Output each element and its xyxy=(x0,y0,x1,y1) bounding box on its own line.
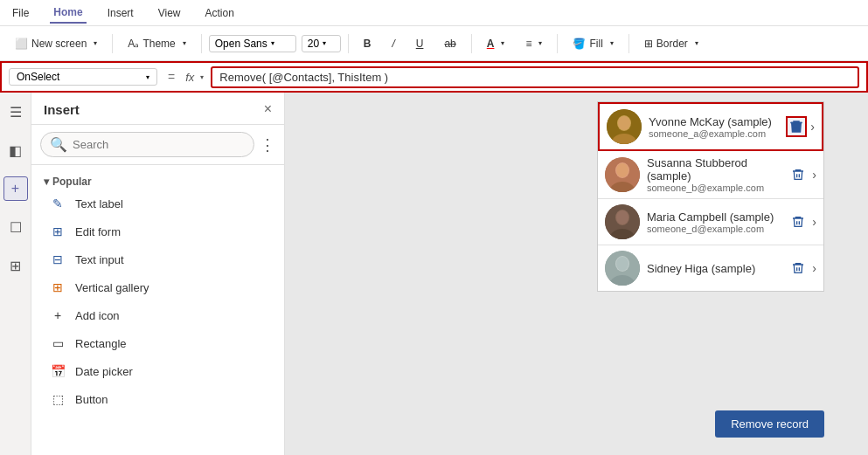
main-layout: ☰ ◧ + ☐ ⊞ Insert × 🔍 ⋮ ▾ Popular xyxy=(0,93,868,455)
remove-record-button[interactable]: Remove record xyxy=(715,410,824,438)
font-color-button[interactable]: A ▾ xyxy=(479,34,513,53)
insert-item-vertical-gallery[interactable]: ⊞ Vertical gallery xyxy=(31,273,284,301)
insert-search-box[interactable]: 🔍 xyxy=(40,132,254,157)
menu-file[interactable]: File xyxy=(9,3,32,23)
toolbar-sep-1 xyxy=(112,34,113,53)
delete-button-3[interactable] xyxy=(788,258,809,279)
contact-item-1[interactable]: Susanna Stubberod (sample) someone_b@exa… xyxy=(598,151,823,199)
contact-info-3: Sidney Higa (sample) xyxy=(647,262,781,275)
font-color-icon: A xyxy=(487,38,495,50)
formula-input[interactable] xyxy=(211,66,859,88)
insert-item-button[interactable]: ⬚ Button xyxy=(31,385,284,413)
size-chevron: ▾ xyxy=(323,39,326,47)
contact-list: Yvonne McKay (sample) someone_a@example.… xyxy=(597,101,824,292)
toolbar-sep-5 xyxy=(557,34,558,53)
contact-actions-1: › xyxy=(788,164,816,185)
contact-item-3[interactable]: Sidney Higa (sample) › xyxy=(598,245,823,291)
formula-fx-button[interactable]: fx ▾ xyxy=(185,71,204,84)
new-screen-button[interactable]: ⬜ New screen ▾ xyxy=(7,34,105,53)
contact-actions-2: › xyxy=(788,211,816,232)
border-button[interactable]: ⊞ Border ▾ xyxy=(636,34,706,53)
toolbar: ⬜ New screen ▾ Aₐ Theme ▾ Open Sans ▾ 20… xyxy=(0,26,868,61)
svg-point-9 xyxy=(616,163,628,177)
contact-name-2: Maria Campbell (sample) xyxy=(647,210,781,224)
edit-form-icon: ⊞ xyxy=(49,223,66,240)
contact-name-3: Sidney Higa (sample) xyxy=(647,262,781,275)
insert-item-date-picker[interactable]: 📅 Date picker xyxy=(31,357,284,385)
delete-button-1[interactable] xyxy=(788,164,809,185)
text-input-icon: ⊟ xyxy=(49,251,66,268)
toolbar-sep-2 xyxy=(201,34,202,53)
insert-list: ▾ Popular ✎ Text label ⊞ Edit form ⊟ Tex… xyxy=(31,165,284,455)
formula-bar: OnSelect ▾ = fx ▾ xyxy=(0,61,868,93)
theme-chevron: ▾ xyxy=(183,39,186,47)
theme-button[interactable]: Aₐ Theme ▾ xyxy=(120,34,193,53)
selector-chevron: ▾ xyxy=(146,73,149,81)
insert-close-button[interactable]: × xyxy=(264,101,272,117)
border-chevron: ▾ xyxy=(695,39,698,47)
insert-header: Insert × xyxy=(31,93,284,125)
italic-button[interactable]: / xyxy=(384,34,402,53)
font-selector[interactable]: Open Sans ▾ xyxy=(209,35,296,52)
contact-item-0[interactable]: Yvonne McKay (sample) someone_a@example.… xyxy=(598,102,823,151)
theme-icon: Aₐ xyxy=(128,38,139,50)
fill-button[interactable]: 🪣 Fill ▾ xyxy=(565,34,621,53)
contact-email-2: someone_d@example.com xyxy=(647,224,781,234)
insert-item-text-input[interactable]: ⊟ Text input xyxy=(31,245,284,273)
insert-search-row: 🔍 ⋮ xyxy=(31,125,284,165)
font-chevron: ▾ xyxy=(271,39,274,47)
insert-item-edit-form[interactable]: ⊞ Edit form xyxy=(31,217,284,245)
menu-view[interactable]: View xyxy=(155,3,184,23)
toolbar-sep-6 xyxy=(628,34,629,53)
category-label: Popular xyxy=(52,176,92,188)
svg-point-21 xyxy=(616,257,628,271)
sidebar-icon-components[interactable]: ◧ xyxy=(3,138,28,162)
screen-icon: ⬜ xyxy=(15,38,28,50)
insert-item-rectangle[interactable]: ▭ Rectangle xyxy=(31,329,284,357)
strikethrough-button[interactable]: ab xyxy=(436,34,463,53)
date-picker-icon: 📅 xyxy=(49,362,66,380)
insert-item-add-icon[interactable]: + Add icon xyxy=(31,301,284,329)
chevron-right-0[interactable]: › xyxy=(810,120,815,134)
delete-button-0[interactable] xyxy=(786,116,807,137)
chevron-right-1[interactable]: › xyxy=(812,168,816,182)
search-input[interactable] xyxy=(73,138,245,151)
sidebar-icon-settings[interactable]: ⊞ xyxy=(3,253,28,278)
sidebar-icon-data[interactable]: ☐ xyxy=(3,215,28,239)
underline-button[interactable]: U xyxy=(408,34,432,53)
menu-action[interactable]: Action xyxy=(202,3,238,23)
fx-chevron: ▾ xyxy=(200,73,204,81)
insert-item-text-label[interactable]: ✎ Text label xyxy=(31,190,284,217)
insert-category-popular: ▾ Popular xyxy=(31,170,284,190)
contact-actions-0: › xyxy=(786,116,815,137)
contact-info-0: Yvonne McKay (sample) someone_a@example.… xyxy=(649,115,779,139)
insert-more-icon[interactable]: ⋮ xyxy=(260,135,275,155)
chevron-right-2[interactable]: › xyxy=(812,215,816,229)
font-size-selector[interactable]: 20 ▾ xyxy=(302,35,341,52)
chevron-right-3[interactable]: › xyxy=(812,261,816,275)
search-icon: 🔍 xyxy=(50,136,67,153)
contact-email-0: someone_a@example.com xyxy=(649,128,779,139)
fx-label: fx xyxy=(185,71,194,84)
contact-actions-3: › xyxy=(788,258,816,279)
menu-home[interactable]: Home xyxy=(50,3,86,24)
avatar-maria xyxy=(605,204,640,239)
sidebar-icon-insert[interactable]: + xyxy=(3,176,28,201)
avatar-susanna xyxy=(605,157,640,192)
vertical-gallery-icon: ⊞ xyxy=(49,279,66,296)
contact-item-2[interactable]: Maria Campbell (sample) someone_d@exampl… xyxy=(598,199,823,245)
contact-info-2: Maria Campbell (sample) someone_d@exampl… xyxy=(647,210,781,234)
menu-insert[interactable]: Insert xyxy=(104,3,137,23)
new-screen-chevron: ▾ xyxy=(94,39,97,47)
formula-selector[interactable]: OnSelect ▾ xyxy=(9,68,157,86)
align-chevron: ▾ xyxy=(538,39,542,47)
text-label-icon: ✎ xyxy=(49,195,66,212)
align-button[interactable]: ≡ ▾ xyxy=(517,34,550,53)
avatar-sidney xyxy=(605,251,640,286)
menu-bar: File Home Insert View Action xyxy=(0,0,868,26)
sidebar-icon-layers[interactable]: ☰ xyxy=(3,100,28,124)
toolbar-sep-3 xyxy=(348,34,349,53)
delete-button-2[interactable] xyxy=(788,211,809,232)
bold-button[interactable]: B xyxy=(356,34,379,53)
button-icon: ⬚ xyxy=(49,390,66,408)
